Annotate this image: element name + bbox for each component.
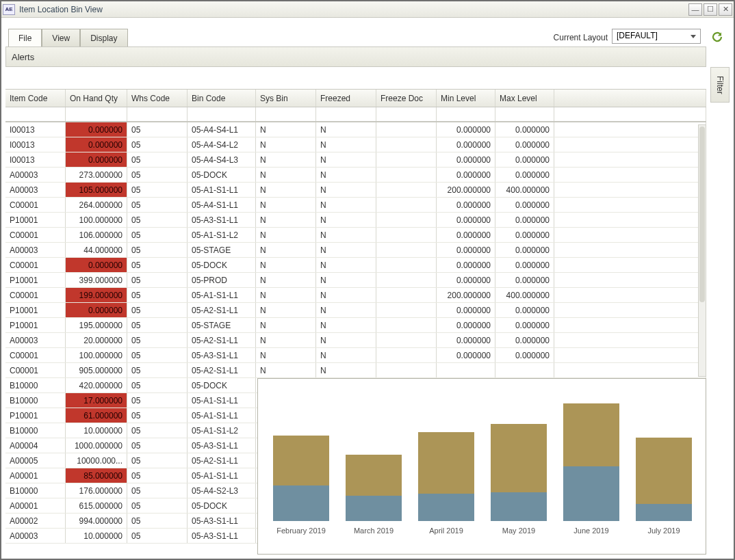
- table-cell: 10000.000...: [66, 453, 127, 468]
- table-cell: 05-STAGE: [188, 318, 256, 332]
- table-cell: 0.000000: [495, 348, 554, 362]
- table-cell: A00003: [5, 333, 66, 347]
- filter-freezed[interactable]: [316, 107, 376, 121]
- col-header-freeze-doc[interactable]: Freeze Doc: [376, 90, 437, 107]
- chart-bar-segment: [273, 485, 329, 522]
- table-row[interactable]: C00001905.0000000505-A2-S1-L1NN: [5, 363, 706, 378]
- table-row[interactable]: C000010.0000000505-DOCKNN0.0000000.00000…: [5, 258, 706, 273]
- refresh-icon[interactable]: [710, 30, 724, 44]
- table-row[interactable]: P10001399.0000000505-PRODNN0.0000000.000…: [5, 273, 706, 288]
- menu-tab-file[interactable]: File: [8, 29, 42, 46]
- table-cell: 05-A1-S1-L1: [188, 288, 256, 302]
- col-header-max-level[interactable]: Max Level: [495, 90, 554, 107]
- chart-bar-segment: [636, 438, 692, 505]
- table-row[interactable]: P100010.0000000505-A2-S1-L1NN0.0000000.0…: [5, 303, 706, 318]
- chart-x-label: April 2019: [429, 526, 463, 535]
- table-row[interactable]: C00001106.0000000505-A1-S1-L2NN0.0000000…: [5, 228, 706, 243]
- chart-x-label: May 2019: [502, 526, 535, 535]
- table-row[interactable]: P10001195.0000000505-STAGENN0.0000000.00…: [5, 318, 706, 333]
- table-cell: B10000: [5, 483, 66, 498]
- table-row[interactable]: A0000320.0000000505-A2-S1-L1NN0.0000000.…: [5, 333, 706, 348]
- table-cell: N: [256, 333, 316, 347]
- chart-bar-segment: [418, 494, 474, 521]
- filter-max-level[interactable]: [495, 107, 554, 121]
- table-cell: 05: [127, 483, 188, 498]
- chart-bar-segment: [346, 455, 402, 496]
- table-cell: 0.000000: [495, 243, 554, 257]
- table-cell: [554, 228, 706, 242]
- filter-bin-code[interactable]: [188, 107, 256, 121]
- chart-bar-group: July 2019: [636, 438, 692, 535]
- window-title: Item Location Bin View: [19, 5, 688, 14]
- table-cell: 0.000000: [437, 258, 495, 272]
- table-cell: [554, 183, 706, 197]
- table-cell: 05: [127, 393, 188, 408]
- table-row[interactable]: C00001199.0000000505-A1-S1-L1NN200.00000…: [5, 288, 706, 303]
- menu-tab-display[interactable]: Display: [80, 29, 127, 46]
- table-cell: 44.000000: [66, 243, 127, 257]
- layout-select[interactable]: [DEFAULT]: [612, 29, 701, 44]
- table-cell: N: [256, 122, 316, 137]
- filter-panel-tab[interactable]: Filter: [710, 67, 730, 103]
- table-cell: P10001: [5, 273, 66, 287]
- menu-tab-view[interactable]: View: [42, 29, 80, 46]
- minimize-button[interactable]: —: [688, 3, 702, 16]
- chart-panel: February 2019March 2019April 2019May 201…: [257, 378, 706, 555]
- table-cell: 85.000000: [66, 468, 127, 483]
- col-header-bin-code[interactable]: Bin Code: [188, 90, 256, 107]
- table-cell: 05: [127, 408, 188, 423]
- col-header-item-code[interactable]: Item Code: [5, 90, 66, 107]
- layout-label: Current Layout: [554, 33, 608, 46]
- table-row[interactable]: I000130.0000000505-A4-S4-L3NN0.0000000.0…: [5, 152, 706, 168]
- table-row[interactable]: A00003273.0000000505-DOCKNN0.0000000.000…: [5, 168, 706, 183]
- vertical-scrollbar[interactable]: [698, 124, 706, 377]
- table-cell: N: [256, 213, 316, 227]
- table-cell: 05: [127, 168, 188, 182]
- grid-header-row: Item Code On Hand Qty Whs Code Bin Code …: [5, 90, 706, 107]
- col-header-freezed[interactable]: Freezed: [316, 90, 376, 107]
- col-header-min-level[interactable]: Min Level: [437, 90, 495, 107]
- table-cell: 05-A2-S1-L1: [188, 303, 256, 317]
- col-header-sys-bin[interactable]: Sys Bin: [256, 90, 316, 107]
- chart-bar-segment: [346, 496, 402, 522]
- scrollbar-thumb[interactable]: [699, 126, 705, 302]
- table-row[interactable]: C00001100.0000000505-A3-S1-L1NN0.0000000…: [5, 348, 706, 363]
- table-cell: 05-A1-S1-L1: [188, 183, 256, 197]
- table-cell: 0.000000: [495, 198, 554, 212]
- chart-bar-segment: [273, 436, 329, 485]
- col-header-whs-code[interactable]: Whs Code: [127, 90, 188, 107]
- table-cell: 05: [127, 152, 188, 167]
- table-row[interactable]: P10001100.0000000505-A3-S1-L1NN0.0000000…: [5, 213, 706, 228]
- table-row[interactable]: A0000344.0000000505-STAGENN0.0000000.000…: [5, 243, 706, 258]
- table-cell: N: [256, 288, 316, 302]
- table-cell: 0.000000: [495, 213, 554, 227]
- filter-min-level[interactable]: [437, 107, 495, 121]
- table-cell: P10001: [5, 303, 66, 317]
- filter-on-hand-qty[interactable]: [66, 107, 127, 121]
- table-cell: N: [256, 183, 316, 197]
- filter-freeze-doc[interactable]: [376, 107, 437, 121]
- col-header-on-hand-qty[interactable]: On Hand Qty: [66, 90, 127, 107]
- table-cell: P10001: [5, 318, 66, 332]
- table-row[interactable]: A00003105.0000000505-A1-S1-L1NN200.00000…: [5, 183, 706, 198]
- table-row[interactable]: C00001264.0000000505-A4-S1-L1NN0.0000000…: [5, 198, 706, 213]
- filter-sys-bin[interactable]: [256, 107, 316, 121]
- filter-whs-code[interactable]: [127, 107, 188, 121]
- table-cell: [376, 258, 437, 272]
- table-cell: 400.000000: [495, 288, 554, 302]
- filter-item-code[interactable]: [5, 107, 66, 121]
- table-cell: [554, 318, 706, 332]
- close-button[interactable]: ✕: [719, 3, 732, 16]
- table-cell: N: [316, 333, 376, 347]
- chart-bar-segment: [563, 403, 619, 467]
- table-cell: 0.000000: [495, 333, 554, 347]
- table-row[interactable]: I000130.0000000505-A4-S4-L2NN0.0000000.0…: [5, 137, 706, 152]
- maximize-button[interactable]: ☐: [704, 3, 717, 16]
- table-cell: 05-A4-S1-L1: [188, 198, 256, 212]
- table-cell: 05: [127, 514, 188, 528]
- table-cell: 905.000000: [66, 363, 127, 377]
- chart-bar-group: June 2019: [563, 403, 619, 535]
- table-row[interactable]: I000130.0000000505-A4-S4-L1NN0.0000000.0…: [5, 122, 706, 137]
- table-cell: 05: [127, 333, 188, 347]
- table-cell: 200.000000: [437, 183, 495, 197]
